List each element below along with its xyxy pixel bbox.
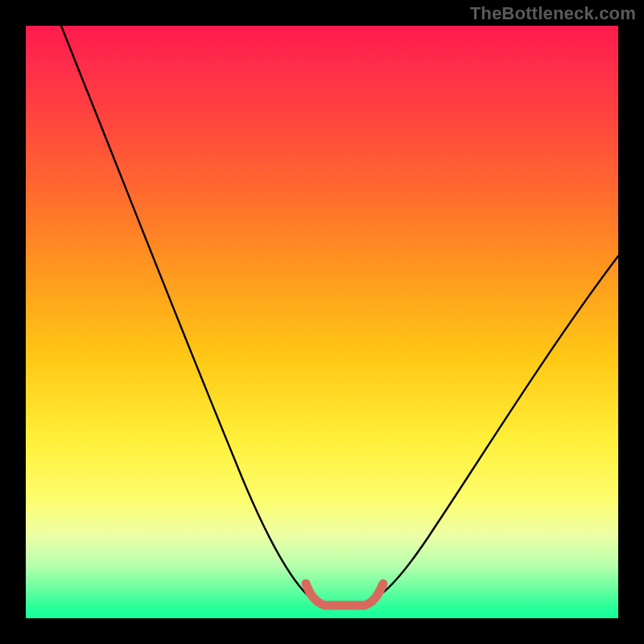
chart-svg [26,26,618,618]
bottleneck-curve-path [61,26,618,605]
watermark-text: TheBottleneck.com [470,3,636,24]
plot-area [26,26,618,618]
outer-frame: TheBottleneck.com [0,0,644,644]
optimal-band-path [306,584,383,605]
